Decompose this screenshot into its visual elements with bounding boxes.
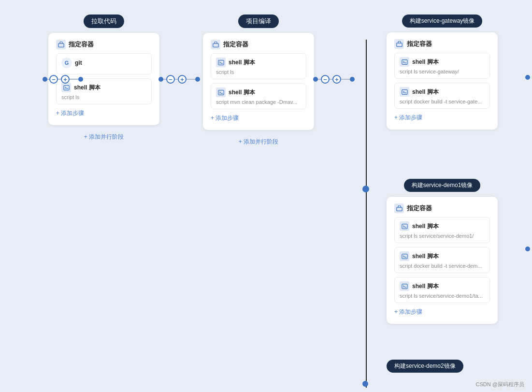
vertical-connector bbox=[366, 40, 367, 388]
stage-4-card: 指定容器 shell 脚本 script ls service/service-… bbox=[387, 197, 498, 324]
stage-2-container-label: 指定容器 bbox=[223, 40, 248, 49]
container-icon-1 bbox=[56, 40, 66, 49]
shell-step-3a: shell 脚本 script ls service-gateway/ bbox=[394, 53, 490, 79]
shell-step-4c-label: shell 脚本 bbox=[412, 282, 439, 290]
svg-rect-2 bbox=[213, 44, 218, 47]
add-step-2-label: + 添加步骤 bbox=[211, 114, 239, 122]
shell-icon-3b bbox=[400, 87, 409, 97]
shell-step-4a: shell 脚本 script ls service/service-demo1… bbox=[394, 217, 490, 243]
shell-step-1-label: shell 脚本 bbox=[74, 84, 101, 92]
shell-step-1-header: shell 脚本 bbox=[61, 83, 146, 92]
stage-4: 构建service-demo1镜像 指定容器 shell 脚本 script l… bbox=[387, 179, 498, 328]
shell-icon-2b bbox=[216, 87, 226, 97]
shell-step-4b: shell 脚本 script docker build -t service-… bbox=[394, 247, 490, 273]
container-icon-2 bbox=[211, 40, 220, 49]
minus-btn-1[interactable]: − bbox=[49, 75, 58, 84]
add-step-3-label: + 添加步骤 bbox=[394, 114, 422, 122]
stage-3-label: 构建service-gateway镜像 bbox=[402, 15, 483, 28]
vertical-dot-bottom bbox=[362, 381, 368, 387]
stage-3-container-label: 指定容器 bbox=[407, 40, 432, 48]
add-step-1-btn[interactable]: + 添加步骤 bbox=[56, 108, 152, 118]
dot-right-3 bbox=[350, 77, 355, 82]
add-parallel-1-btn[interactable]: + 添加并行阶段 bbox=[84, 133, 124, 141]
stage-1-container-header: 指定容器 bbox=[56, 40, 152, 49]
plus-btn-1[interactable]: + bbox=[61, 75, 70, 84]
svg-rect-0 bbox=[58, 44, 63, 47]
add-step-3-btn[interactable]: + 添加步骤 bbox=[394, 113, 490, 123]
minus-btn-3[interactable]: − bbox=[321, 75, 330, 84]
shell-icon-4a bbox=[400, 221, 409, 231]
add-parallel-2-label: + 添加并行阶段 bbox=[239, 138, 278, 146]
shell-step-2a-meta: script ls bbox=[216, 69, 301, 75]
git-step: G git bbox=[56, 53, 152, 74]
stage-2-header: 项目编译 bbox=[238, 15, 279, 28]
container-icon-4 bbox=[394, 203, 404, 213]
add-step-2-btn[interactable]: + 添加步骤 bbox=[211, 113, 306, 123]
line-1c bbox=[70, 79, 78, 80]
shell-icon-4c bbox=[400, 281, 409, 291]
shell-step-4c: shell 脚本 script ls service/service-demo1… bbox=[394, 277, 490, 303]
shell-step-1-meta: script ls bbox=[61, 94, 146, 100]
shell-step-3b-header: shell 脚本 bbox=[400, 87, 485, 97]
stage-3-container-header: 指定容器 bbox=[394, 39, 490, 49]
right-dot-3 bbox=[525, 75, 530, 80]
shell-step-2a-label: shell 脚本 bbox=[229, 58, 255, 67]
stage-4-header: 构建service-demo1镜像 bbox=[404, 179, 481, 192]
shell-step-2a: shell 脚本 script ls bbox=[211, 53, 306, 79]
stage-2-container-header: 指定容器 bbox=[211, 40, 306, 49]
shell-step-3a-meta: script ls service-gateway/ bbox=[400, 69, 485, 74]
add-step-1-label: + 添加步骤 bbox=[56, 109, 84, 117]
line-2c bbox=[187, 79, 195, 80]
add-step-4-btn[interactable]: + 添加步骤 bbox=[394, 307, 490, 317]
shell-step-2a-header: shell 脚本 bbox=[216, 58, 301, 67]
minus-btn-2[interactable]: − bbox=[166, 75, 175, 84]
dot-right-2 bbox=[195, 77, 200, 82]
shell-step-3b-meta: script docker build -t service-gate... bbox=[400, 99, 485, 104]
connector-2-to-3: − + bbox=[313, 75, 355, 84]
add-parallel-1-label: + 添加并行阶段 bbox=[84, 133, 124, 141]
right-dot-4 bbox=[525, 247, 530, 251]
shell-step-4a-meta: script ls service/service-demo1/ bbox=[400, 233, 485, 239]
shell-icon-4b bbox=[400, 251, 409, 261]
shell-step-4a-header: shell 脚本 bbox=[400, 221, 485, 231]
shell-step-4c-header: shell 脚本 bbox=[400, 281, 485, 291]
container-icon-3 bbox=[394, 39, 404, 49]
git-icon: G bbox=[61, 58, 72, 68]
shell-icon-3a bbox=[400, 57, 409, 67]
add-parallel-2-btn[interactable]: + 添加并行阶段 bbox=[239, 138, 278, 146]
stage-1-label: 拉取代码 bbox=[84, 15, 124, 28]
shell-step-2b-meta: script mvn clean package -Dmav... bbox=[216, 99, 301, 105]
svg-rect-8 bbox=[396, 207, 402, 211]
stage-4-container-label: 指定容器 bbox=[407, 204, 432, 213]
git-label: git bbox=[75, 59, 82, 66]
stage-3: 构建service-gateway镜像 指定容器 shell 脚本 script… bbox=[387, 15, 498, 133]
footer-credit: CSDN @屎码程序员 bbox=[476, 381, 524, 388]
dot-left-2 bbox=[158, 77, 163, 82]
shell-icon-2a bbox=[216, 58, 226, 67]
connector-1-left: − + bbox=[43, 75, 83, 84]
shell-step-3a-header: shell 脚本 bbox=[400, 57, 485, 67]
shell-step-3b: shell 脚本 script docker build -t service-… bbox=[394, 83, 490, 109]
git-step-header: G git bbox=[61, 58, 146, 68]
shell-step-2b: shell 脚本 script mvn clean package -Dmav.… bbox=[211, 83, 306, 109]
plus-btn-2[interactable]: + bbox=[178, 75, 187, 84]
dot-right-1 bbox=[78, 77, 83, 82]
line-3c bbox=[341, 79, 350, 80]
shell-step-3a-label: shell 脚本 bbox=[412, 58, 439, 66]
shell-step-3b-label: shell 脚本 bbox=[412, 88, 439, 96]
stage-5-label: 构建service-demo2镜像 bbox=[387, 360, 463, 373]
stage-2: 项目编译 指定容器 shell 脚本 script ls bbox=[203, 15, 314, 146]
plus-btn-3[interactable]: + bbox=[332, 75, 341, 84]
stage-4-label: 构建service-demo1镜像 bbox=[404, 179, 481, 192]
stage-5: 构建service-demo2镜像 bbox=[387, 360, 463, 373]
vertical-dot-mid bbox=[362, 186, 369, 192]
shell-step-4a-label: shell 脚本 bbox=[412, 222, 439, 231]
add-step-4-label: + 添加步骤 bbox=[394, 308, 422, 316]
stage-3-card: 指定容器 shell 脚本 script ls service-gateway/… bbox=[387, 32, 498, 130]
stage-2-label: 项目编译 bbox=[238, 15, 279, 28]
stage-3-header: 构建service-gateway镜像 bbox=[402, 15, 483, 28]
dot-left-3 bbox=[313, 77, 318, 82]
shell-step-4b-meta: script docker build -t service-dem... bbox=[400, 263, 485, 269]
shell-step-2b-label: shell 脚本 bbox=[229, 88, 255, 97]
shell-icon-1 bbox=[61, 83, 71, 92]
